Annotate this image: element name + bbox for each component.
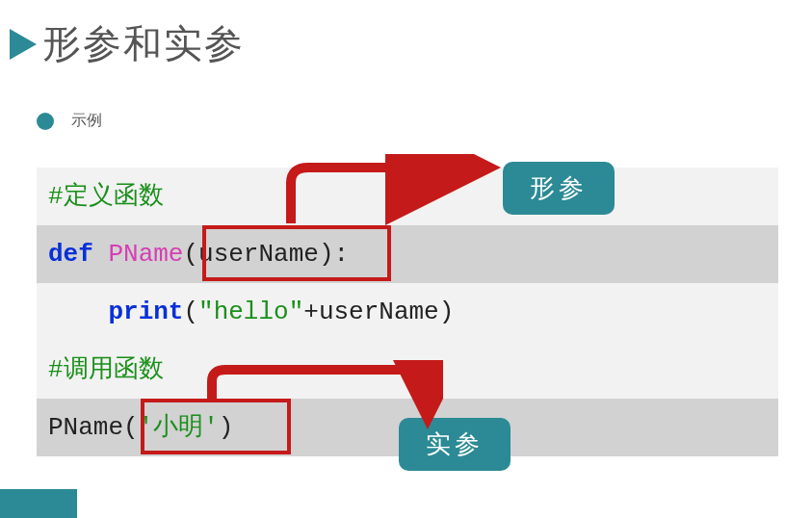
code-call-name: PName bbox=[48, 413, 123, 442]
bullet-row: 示例 bbox=[37, 111, 812, 131]
code-call-arg: '小明' bbox=[139, 413, 219, 442]
code-line-4: #调用函数 bbox=[37, 341, 778, 399]
bullet-text: 示例 bbox=[71, 111, 102, 131]
code-param-name: userName bbox=[198, 240, 319, 269]
code-param-open: ( bbox=[183, 240, 198, 269]
code-print: print bbox=[108, 298, 183, 326]
code-print-close: ) bbox=[439, 298, 455, 326]
label-actual-param: 实参 bbox=[399, 418, 511, 471]
triangle-icon bbox=[10, 29, 37, 60]
bullet-icon bbox=[37, 113, 54, 130]
code-block: #定义函数 def PName(userName): print("hello"… bbox=[37, 168, 778, 456]
code-print-open: ( bbox=[183, 298, 198, 326]
code-comment-call: #调用函数 bbox=[48, 355, 164, 384]
code-colon: : bbox=[333, 240, 349, 269]
code-func-name: PName bbox=[108, 240, 183, 269]
code-line-3: print("hello"+userName) bbox=[37, 283, 778, 341]
slide-title: 形参和实参 bbox=[42, 17, 245, 70]
code-comment-def: #定义函数 bbox=[48, 182, 164, 211]
code-line-2: def PName(userName): bbox=[37, 225, 778, 283]
label-formal-param: 形参 bbox=[503, 162, 615, 215]
code-line-1: #定义函数 bbox=[37, 168, 778, 225]
code-call-close: ) bbox=[219, 413, 234, 442]
code-param-close: ) bbox=[319, 240, 334, 269]
code-print-arg: userName bbox=[319, 298, 439, 326]
corner-accent bbox=[0, 489, 77, 518]
code-str-hello: "hello" bbox=[198, 298, 303, 326]
code-call-open: ( bbox=[123, 413, 139, 442]
code-plus: + bbox=[303, 298, 319, 326]
code-kw-def: def bbox=[48, 240, 93, 269]
slide-title-row: 形参和实参 bbox=[0, 0, 812, 70]
